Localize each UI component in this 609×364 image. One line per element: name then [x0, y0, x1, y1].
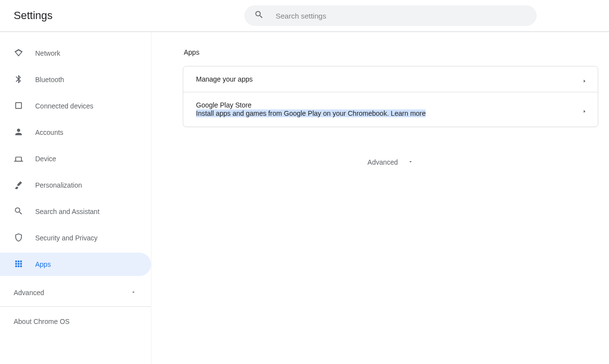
chevron-right-icon: [582, 77, 587, 82]
sidebar-item-label: Search and Assistant: [35, 208, 100, 215]
sidebar-item-label: Connected devices: [35, 102, 93, 110]
sidebar-item-label: Security and Privacy: [35, 234, 98, 242]
chevron-down-icon: [408, 158, 413, 166]
sidebar-item-device[interactable]: Device: [0, 147, 151, 171]
search-input[interactable]: [275, 11, 527, 21]
sidebar-item-label: Bluetooth: [35, 76, 64, 84]
sidebar-item-security[interactable]: Security and Privacy: [0, 226, 151, 250]
sidebar-item-label: Device: [35, 155, 56, 163]
sidebar-item-label: Network: [35, 49, 60, 57]
row-title: Google Play Store: [196, 101, 582, 109]
brush-icon: [14, 180, 35, 191]
chevron-right-icon: [582, 107, 587, 112]
sidebar-item-network[interactable]: Network: [0, 42, 151, 65]
sidebar-about-label: About Chrome OS: [14, 318, 69, 325]
sidebar-advanced[interactable]: Advanced: [0, 282, 151, 303]
settings-card: Manage your appsGoogle Play StoreInstall…: [183, 66, 598, 127]
sidebar-about[interactable]: About Chrome OS: [0, 311, 151, 332]
laptop-icon: [14, 153, 35, 165]
row-title: Manage your apps: [196, 75, 582, 83]
devices-icon: [14, 101, 35, 112]
settings-row-play-store[interactable]: Google Play StoreInstall apps and games …: [183, 92, 598, 127]
sidebar-item-label: Apps: [35, 260, 51, 268]
page-title: Settings: [14, 9, 53, 22]
advanced-toggle[interactable]: Advanced: [183, 158, 598, 166]
search-bar[interactable]: [244, 5, 537, 26]
advanced-toggle-label: Advanced: [368, 158, 398, 166]
section-title: Apps: [183, 48, 598, 56]
bluetooth-icon: [14, 74, 35, 86]
sidebar-item-search[interactable]: Search and Assistant: [0, 200, 151, 223]
apps-icon: [14, 259, 35, 270]
sidebar-item-apps[interactable]: Apps: [0, 253, 151, 276]
sidebar-item-bluetooth[interactable]: Bluetooth: [0, 68, 151, 91]
sidebar-separator: [0, 306, 151, 307]
sidebar: NetworkBluetoothConnected devicesAccount…: [0, 32, 152, 364]
header: Settings: [0, 0, 609, 32]
settings-row-manage-apps[interactable]: Manage your apps: [183, 66, 598, 92]
main-content: Apps Manage your appsGoogle Play StoreIn…: [152, 32, 609, 364]
row-subtitle: Install apps and games from Google Play …: [196, 109, 426, 117]
person-icon: [14, 127, 35, 138]
sidebar-item-personalization[interactable]: Personalization: [0, 173, 151, 197]
shield-icon: [14, 233, 35, 244]
search-icon: [254, 10, 264, 21]
wifi-icon: [14, 48, 35, 59]
sidebar-advanced-label: Advanced: [14, 289, 44, 297]
sidebar-item-connected[interactable]: Connected devices: [0, 94, 151, 118]
sidebar-item-label: Personalization: [35, 181, 82, 189]
search-icon: [14, 206, 35, 217]
sidebar-item-accounts[interactable]: Accounts: [0, 121, 151, 144]
sidebar-item-label: Accounts: [35, 128, 64, 136]
chevron-down-icon: [130, 289, 136, 297]
